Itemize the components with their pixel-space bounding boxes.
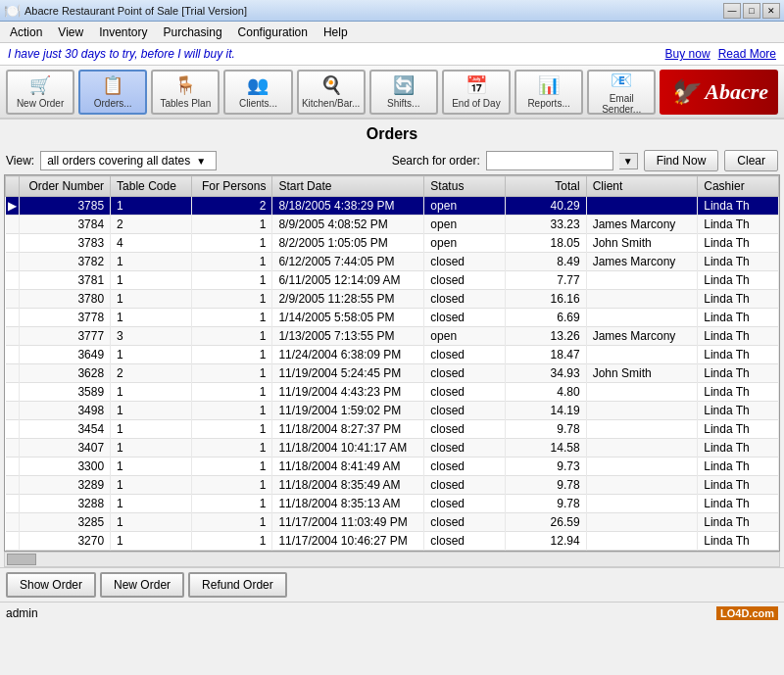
new-order-button[interactable]: 🛒 New Order xyxy=(6,70,74,115)
table-body: ▶3785128/18/2005 4:38:29 PMopen40.29Lind… xyxy=(6,197,779,553)
kitchen-bar-button[interactable]: 🍳 Kitchen/Bar... xyxy=(297,70,366,115)
view-filter-dropdown[interactable]: all orders covering all dates ▼ xyxy=(40,151,217,170)
tables-plan-icon: 🪑 xyxy=(174,74,196,96)
scrollbar-thumb[interactable] xyxy=(7,554,36,565)
table-row[interactable]: 3784218/9/2005 4:08:52 PMopen33.23James … xyxy=(6,216,779,234)
shifts-icon: 🔄 xyxy=(393,74,415,96)
show-order-button[interactable]: Show Order xyxy=(6,572,96,598)
end-of-day-button[interactable]: 📅 End of Day xyxy=(442,70,511,115)
tables-plan-label: Tables Plan xyxy=(161,98,212,109)
table-row[interactable]: 35891111/19/2004 4:43:23 PMclosed4.80Lin… xyxy=(6,383,779,402)
refund-order-button[interactable]: Refund Order xyxy=(188,572,287,598)
table-row[interactable]: 32851111/17/2004 11:03:49 PMclosed26.59L… xyxy=(6,513,779,532)
search-label: Search for order: xyxy=(392,154,480,168)
menu-inventory[interactable]: Inventory xyxy=(91,24,155,41)
minimize-button[interactable]: — xyxy=(723,3,741,19)
maximize-button[interactable]: □ xyxy=(743,3,760,19)
find-now-button[interactable]: Find Now xyxy=(644,150,719,171)
dropdown-arrow-icon: ▼ xyxy=(196,156,206,167)
clients-label: Clients... xyxy=(239,98,277,109)
reports-icon: 📊 xyxy=(538,74,560,96)
shifts-button[interactable]: 🔄 Shifts... xyxy=(369,70,438,115)
search-dropdown-button[interactable]: ▼ xyxy=(619,153,638,169)
email-icon: 📧 xyxy=(611,70,632,91)
title-bar-left: 🍽️ Abacre Restaurant Point of Sale [Tria… xyxy=(4,3,247,19)
lo4d-logo-text: LO4D.com xyxy=(716,606,778,620)
table-row[interactable]: 3781116/11/2005 12:14:09 AMclosed7.77Lin… xyxy=(6,271,779,290)
table-header-row: Order Number Table Code For Persons Star… xyxy=(6,176,779,197)
orders-button[interactable]: 📋 Orders... xyxy=(78,70,147,115)
new-order-label: New Order xyxy=(17,98,64,109)
col-header-order[interactable]: Order Number xyxy=(20,176,111,197)
title-bar: 🍽️ Abacre Restaurant Point of Sale [Tria… xyxy=(0,0,784,22)
reports-button[interactable]: 📊 Reports... xyxy=(514,70,583,115)
table-row[interactable]: 32701111/17/2004 10:46:27 PMclosed12.94L… xyxy=(6,532,779,551)
window-controls: — □ ✕ xyxy=(723,3,780,19)
table-row[interactable]: 32891111/18/2004 8:35:49 AMclosed9.78Lin… xyxy=(6,476,779,495)
menu-help[interactable]: Help xyxy=(316,24,356,41)
view-label: View: xyxy=(6,154,34,168)
new-order-bottom-button[interactable]: New Order xyxy=(100,572,184,598)
col-header-status[interactable]: Status xyxy=(424,176,506,197)
col-header-cashier[interactable]: Cashier xyxy=(698,176,779,197)
lo4d-logo: LO4D.com xyxy=(716,606,778,620)
col-header-arrow xyxy=(6,176,20,197)
table-row[interactable]: 34981111/19/2004 1:59:02 PMclosed14.19Li… xyxy=(6,402,779,420)
table-row[interactable]: 32881111/18/2004 8:35:13 AMclosed9.78Lin… xyxy=(6,495,779,513)
clients-icon: 👥 xyxy=(247,74,269,96)
menu-action[interactable]: Action xyxy=(2,24,50,41)
table-row[interactable]: 34541111/18/2004 8:27:37 PMclosed9.78Lin… xyxy=(6,420,779,439)
tables-plan-button[interactable]: 🪑 Tables Plan xyxy=(151,70,220,115)
email-sender-button[interactable]: 📧 Email Sender... xyxy=(587,70,656,115)
close-button[interactable]: ✕ xyxy=(762,3,780,19)
table-row[interactable]: 34071111/18/2004 10:41:17 AMclosed14.58L… xyxy=(6,439,779,458)
abacre-logo: 🦅 Abacre xyxy=(660,70,778,115)
orders-table-container: Order Number Table Code For Persons Star… xyxy=(4,174,780,552)
table-row[interactable]: 3777311/13/2005 7:13:55 PMopen13.26James… xyxy=(6,327,779,346)
promo-bar: I have just 30 days to try, before I wil… xyxy=(0,43,784,66)
email-label: Email Sender... xyxy=(591,93,652,115)
col-header-client[interactable]: Client xyxy=(586,176,698,197)
table-row[interactable]: 33001111/18/2004 8:41:49 AMclosed9.73Lin… xyxy=(6,458,779,476)
view-filter-value: all orders covering all dates xyxy=(47,154,190,168)
col-header-table[interactable]: Table Code xyxy=(111,176,192,197)
app-icon: 🍽️ xyxy=(4,3,21,19)
table-row[interactable]: 36282111/19/2004 5:24:45 PMclosed34.93Jo… xyxy=(6,364,779,383)
bottom-bar: Show Order New Order Refund Order xyxy=(0,567,784,602)
kitchen-icon: 🍳 xyxy=(320,74,342,96)
end-of-day-label: End of Day xyxy=(452,98,500,109)
menu-bar: Action View Inventory Purchasing Configu… xyxy=(0,22,784,43)
clear-button[interactable]: Clear xyxy=(724,150,778,171)
search-input[interactable] xyxy=(486,151,613,170)
col-header-total[interactable]: Total xyxy=(506,176,587,197)
menu-purchasing[interactable]: Purchasing xyxy=(156,24,230,41)
col-header-date[interactable]: Start Date xyxy=(272,176,424,197)
table-row[interactable]: 3780112/9/2005 11:28:55 PMclosed16.16Lin… xyxy=(6,290,779,309)
table-row[interactable]: 3783418/2/2005 1:05:05 PMopen18.05John S… xyxy=(6,234,779,253)
clients-button[interactable]: 👥 Clients... xyxy=(223,70,292,115)
status-bar: admin LO4D.com xyxy=(0,602,784,623)
new-order-icon: 🛒 xyxy=(29,74,51,96)
horizontal-scrollbar[interactable] xyxy=(4,552,780,567)
orders-label: Orders... xyxy=(94,98,132,109)
table-row[interactable]: 36491111/24/2004 6:38:09 PMclosed18.47Li… xyxy=(6,346,779,364)
kitchen-label: Kitchen/Bar... xyxy=(302,98,360,109)
logo-icon: 🦅 xyxy=(669,78,699,106)
table-row[interactable]: 3782116/12/2005 7:44:05 PMclosed8.49Jame… xyxy=(6,253,779,271)
logo-text: Abacre xyxy=(705,79,768,105)
promo-links: Buy now Read More xyxy=(665,47,776,61)
read-more-link[interactable]: Read More xyxy=(718,47,776,61)
table-row[interactable]: 3778111/14/2005 5:58:05 PMclosed6.69Lind… xyxy=(6,309,779,327)
status-user: admin xyxy=(6,606,38,620)
buy-now-link[interactable]: Buy now xyxy=(665,47,710,61)
app-title: Abacre Restaurant Point of Sale [Trial V… xyxy=(24,5,247,17)
col-header-persons[interactable]: For Persons xyxy=(191,176,272,197)
toolbar: 🛒 New Order 📋 Orders... 🪑 Tables Plan 👥 … xyxy=(0,66,784,120)
menu-configuration[interactable]: Configuration xyxy=(230,24,316,41)
table-row[interactable]: ▶3785128/18/2005 4:38:29 PMopen40.29Lind… xyxy=(6,197,779,216)
page-title: Orders xyxy=(0,120,784,147)
promo-text: I have just 30 days to try, before I wil… xyxy=(8,47,235,61)
shifts-label: Shifts... xyxy=(387,98,419,109)
orders-icon: 📋 xyxy=(102,74,123,96)
menu-view[interactable]: View xyxy=(50,24,91,41)
